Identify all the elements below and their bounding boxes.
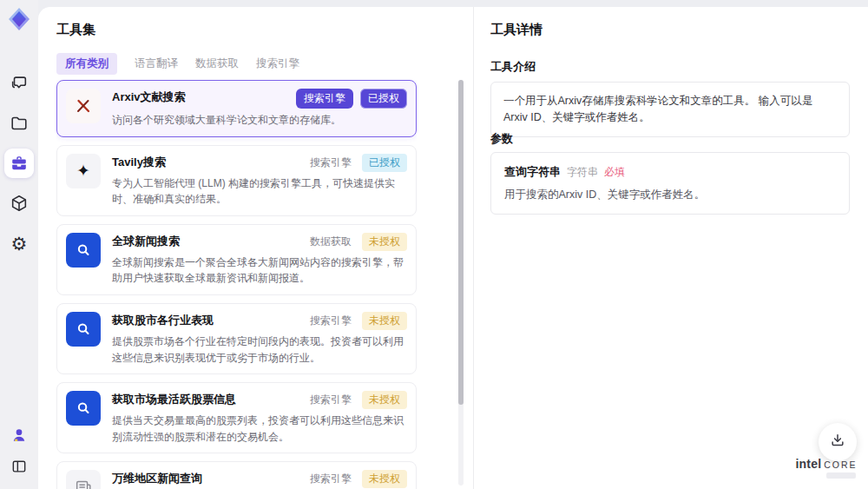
main-panel: 工具集 所有类别 语言翻译 数据获取 搜索引擎 Arxiv文献搜索 xyxy=(38,7,868,489)
tool-list: Arxiv文献搜索 搜索引擎 已授权 访问各个研究领域大量科学论文和文章的存储库… xyxy=(56,80,417,489)
brand-name: intel xyxy=(795,457,821,471)
params-heading: 参数 xyxy=(490,131,513,147)
tool-description: 专为人工智能代理 (LLM) 构建的搜索引擎工具，可快速提供实时、准确和真实的结… xyxy=(112,175,407,208)
category-label: 搜索引擎 xyxy=(310,312,352,330)
status-badge: 未授权 xyxy=(362,233,407,251)
param-box: 查询字符串 字符串 必填 用于搜索的Arxiv ID、关键字或作者姓名。 xyxy=(490,152,850,215)
param-type: 字符串 xyxy=(567,165,598,180)
list-scrollbar[interactable] xyxy=(458,80,464,486)
tavily-icon: ✦ xyxy=(66,154,101,188)
stock-sector-search-icon xyxy=(66,312,101,347)
tool-card-arxiv[interactable]: Arxiv文献搜索 搜索引擎 已授权 访问各个研究领域大量科学论文和文章的存储库… xyxy=(56,80,417,137)
tool-description: 提供股票市场各个行业在特定时间段内的表现。投资者可以利用这些信息来识别表现优于或… xyxy=(112,334,407,366)
status-badge: 未授权 xyxy=(362,312,407,330)
tool-title: Tavily搜索 xyxy=(112,154,303,170)
collapse-panel-icon xyxy=(10,458,28,475)
brand-tagline-placeholder xyxy=(826,472,856,479)
tool-card-region-news[interactable]: 万维地区新闻查询 搜索引擎 未授权 查询具体行政区划内的新闻，快速了解各地新闻动… xyxy=(56,461,417,489)
tool-detail-panel: 工具详情 工具介绍 一个用于从Arxiv存储库搜索科学论文和文章的工具。 输入可… xyxy=(474,7,868,489)
status-badge: 未授权 xyxy=(362,391,407,409)
sidebar-item-account[interactable] xyxy=(4,423,34,447)
tool-card-global-news[interactable]: 全球新闻搜索 数据获取 未授权 全球新闻搜索是一个聚合全球各大新闻网站内容的搜索… xyxy=(56,224,417,295)
sidebar-item-plugins[interactable] xyxy=(4,188,34,218)
intro-heading: 工具介绍 xyxy=(490,59,536,75)
chat-icon xyxy=(10,74,29,93)
category-label: 搜索引擎 xyxy=(310,391,352,409)
param-description: 用于搜索的Arxiv ID、关键字或作者姓名。 xyxy=(504,188,836,202)
category-tabs: 所有类别 语言翻译 数据获取 搜索引擎 xyxy=(56,53,299,75)
param-name: 查询字符串 xyxy=(504,164,561,180)
category-label: 数据获取 xyxy=(310,233,352,251)
sidebar-item-tools[interactable] xyxy=(4,149,34,178)
category-label: 搜索引擎 xyxy=(310,154,352,172)
tool-description: 全球新闻搜索是一个聚合全球各大新闻网站内容的搜索引擎，帮助用户快速获取全球最新资… xyxy=(112,254,407,287)
status-badge: 未授权 xyxy=(362,470,407,488)
scrollbar-thumb[interactable] xyxy=(458,80,464,405)
download-button[interactable] xyxy=(819,423,857,461)
active-stock-search-icon xyxy=(66,391,101,426)
intro-text: 一个用于从Arxiv存储库搜索科学论文和文章的工具。 输入可以是Arxiv ID… xyxy=(503,95,812,123)
package-icon xyxy=(10,194,29,213)
gear-icon: ⚙︎ xyxy=(11,235,28,253)
intro-box: 一个用于从Arxiv存储库搜索科学论文和文章的工具。 输入可以是Arxiv ID… xyxy=(490,82,850,137)
region-news-icon xyxy=(66,470,101,489)
tool-title: 全球新闻搜索 xyxy=(112,233,303,249)
tab-all-categories[interactable]: 所有类别 xyxy=(56,53,117,75)
tool-card-active-stocks[interactable]: 获取市场最活跃股票信息 搜索引擎 未授权 提供当天交易量最高的股票列表，投资者可… xyxy=(56,382,417,453)
page-title: 工具集 xyxy=(56,22,95,38)
tab-language-translation[interactable]: 语言翻译 xyxy=(135,53,178,75)
sidebar-item-files[interactable] xyxy=(4,109,34,138)
category-label: 搜索引擎 xyxy=(310,470,352,488)
download-icon xyxy=(829,432,846,453)
app-logo xyxy=(6,6,32,32)
briefcase-icon xyxy=(10,154,29,173)
arxiv-icon xyxy=(66,89,101,123)
tool-title: 获取股市各行业表现 xyxy=(112,312,303,328)
news-search-icon xyxy=(66,233,101,268)
param-required-flag: 必填 xyxy=(604,165,625,180)
tool-title: 获取市场最活跃股票信息 xyxy=(112,391,303,407)
tool-description: 访问各个研究领域大量科学论文和文章的存储库。 xyxy=(112,112,407,129)
tab-search-engine[interactable]: 搜索引擎 xyxy=(256,53,299,75)
tool-list-panel: 工具集 所有类别 语言翻译 数据获取 搜索引擎 Arxiv文献搜索 xyxy=(38,7,474,489)
detail-title: 工具详情 xyxy=(490,22,542,38)
tool-title: Arxiv文献搜索 xyxy=(112,89,289,105)
intel-core-logo: intel CORE xyxy=(793,457,859,479)
tool-card-tavily[interactable]: ✦ Tavily搜索 搜索引擎 已授权 专为人工智能代理 (LLM) 构建的搜索… xyxy=(56,145,417,216)
sidebar-item-settings[interactable]: ⚙︎ xyxy=(4,228,34,258)
user-avatar-icon xyxy=(10,426,28,444)
category-badge: 搜索引擎 xyxy=(296,89,353,109)
sidebar-item-chat[interactable] xyxy=(4,69,34,98)
tab-data-fetch[interactable]: 数据获取 xyxy=(195,53,239,75)
collapse-sidebar-button[interactable] xyxy=(4,454,34,479)
brand-sub-name: CORE xyxy=(824,459,857,470)
tool-card-stock-sectors[interactable]: 获取股市各行业表现 搜索引擎 未授权 提供股票市场各个行业在特定时间段内的表现。… xyxy=(56,303,417,374)
tool-title: 万维地区新闻查询 xyxy=(112,470,303,486)
sidebar: ⚙︎ xyxy=(0,0,38,489)
tool-description: 提供当天交易量最高的股票列表，投资者可以利用这些信息来识别流动性强的股票和潜在的… xyxy=(112,413,407,445)
status-badge: 已授权 xyxy=(360,89,407,109)
status-badge: 已授权 xyxy=(362,154,407,172)
folder-icon xyxy=(10,114,29,133)
